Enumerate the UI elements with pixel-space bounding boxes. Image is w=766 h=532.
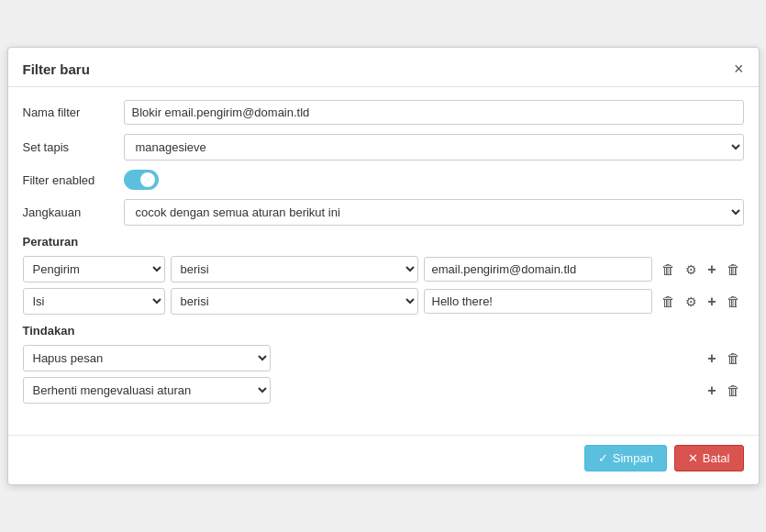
- action-1-right: + 🗑: [704, 349, 743, 369]
- set-tapis-select[interactable]: managesieve: [124, 134, 744, 161]
- filter-enabled-row: Filter enabled: [23, 170, 744, 190]
- nama-filter-wrap: [124, 100, 744, 125]
- modal-title: Filter baru: [23, 61, 90, 77]
- action-row-1: Hapus pesan Berhenti mengevaluasi aturan…: [23, 345, 744, 371]
- filter-modal: Filter baru × Nama filter Set tapis mana…: [7, 47, 760, 485]
- rule-2-value-input[interactable]: [424, 289, 653, 314]
- jangkauan-wrap: cocok dengan semua aturan berikut ini: [124, 199, 744, 226]
- peraturan-title: Peraturan: [23, 235, 744, 249]
- action-2-add-button[interactable]: +: [704, 381, 719, 401]
- rule-row-2: Pengirim Isi berisi 🗑 ⚙ + 🗑: [23, 288, 744, 315]
- nama-filter-row: Nama filter: [23, 100, 744, 125]
- action-2-delete-button[interactable]: 🗑: [723, 381, 744, 400]
- action-1-delete-button[interactable]: 🗑: [723, 349, 744, 368]
- action-1-add-button[interactable]: +: [704, 349, 719, 369]
- filter-enabled-toggle[interactable]: [124, 170, 159, 190]
- save-button[interactable]: ✓ Simpan: [584, 445, 667, 471]
- rule-2-add-button[interactable]: +: [704, 292, 719, 312]
- rule-2-actions: 🗑 ⚙ + 🗑: [658, 292, 743, 312]
- rule-1-value-input[interactable]: [424, 257, 653, 282]
- rule-row-1: Pengirim Isi berisi 🗑 ⚙ + 🗑: [23, 256, 744, 283]
- rule-1-actions: 🗑 ⚙ + 🗑: [658, 260, 743, 280]
- rule-2-settings-button[interactable]: ⚙: [682, 293, 701, 311]
- nama-filter-label: Nama filter: [23, 105, 124, 119]
- action-row-2: Hapus pesan Berhenti mengevaluasi aturan…: [23, 377, 744, 404]
- rule-1-remove-button[interactable]: 🗑: [723, 260, 744, 279]
- check-icon: ✓: [598, 451, 608, 465]
- rule-1-condition-select[interactable]: berisi: [171, 256, 418, 283]
- jangkauan-select[interactable]: cocok dengan semua aturan berikut ini: [124, 199, 744, 226]
- rule-2-delete-button[interactable]: 🗑: [658, 292, 679, 311]
- action-1-select[interactable]: Hapus pesan Berhenti mengevaluasi aturan: [23, 345, 271, 371]
- tindakan-title: Tindakan: [23, 324, 744, 338]
- modal-body: Nama filter Set tapis managesieve Filter…: [8, 87, 759, 426]
- cancel-button[interactable]: ✕ Batal: [674, 445, 744, 471]
- set-tapis-row: Set tapis managesieve: [23, 134, 744, 161]
- save-label: Simpan: [613, 451, 653, 465]
- filter-enabled-label: Filter enabled: [23, 173, 124, 187]
- modal-header: Filter baru ×: [8, 48, 759, 87]
- jangkauan-label: Jangkauan: [23, 205, 124, 219]
- rule-2-field-select[interactable]: Pengirim Isi: [23, 288, 165, 315]
- rule-2-condition-select[interactable]: berisi: [171, 288, 418, 315]
- action-2-select[interactable]: Hapus pesan Berhenti mengevaluasi aturan: [23, 377, 271, 404]
- tindakan-section: Tindakan Hapus pesan Berhenti mengevalua…: [23, 324, 744, 404]
- rule-1-field-select[interactable]: Pengirim Isi: [23, 256, 165, 283]
- rule-1-add-button[interactable]: +: [704, 260, 719, 280]
- rule-1-delete-button[interactable]: 🗑: [658, 260, 679, 279]
- peraturan-section: Peraturan Pengirim Isi berisi 🗑 ⚙ + 🗑: [23, 235, 744, 315]
- rule-2-remove-button[interactable]: 🗑: [723, 292, 744, 311]
- filter-enabled-toggle-wrap: [124, 170, 159, 190]
- cancel-label: Batal: [703, 451, 730, 465]
- modal-footer: ✓ Simpan ✕ Batal: [8, 435, 759, 484]
- set-tapis-wrap: managesieve: [124, 134, 744, 161]
- action-2-right: + 🗑: [704, 381, 743, 401]
- nama-filter-input[interactable]: [124, 100, 744, 125]
- times-icon: ✕: [688, 451, 698, 465]
- toggle-slider: [124, 170, 159, 190]
- set-tapis-label: Set tapis: [23, 140, 124, 154]
- rule-1-settings-button[interactable]: ⚙: [682, 260, 701, 279]
- close-button[interactable]: ×: [734, 61, 744, 77]
- jangkauan-row: Jangkauan cocok dengan semua aturan beri…: [23, 199, 744, 226]
